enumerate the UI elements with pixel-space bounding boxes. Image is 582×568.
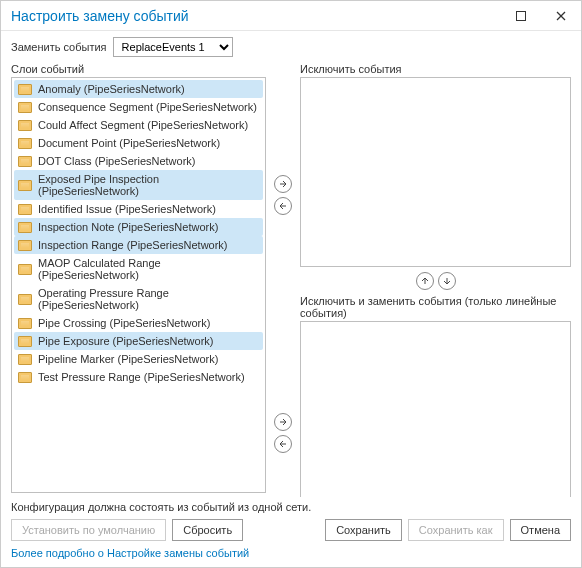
layer-icon [18, 120, 32, 131]
arrow-right-icon [279, 418, 287, 426]
dialog-window: Настроить замену событий Заменить событи… [0, 0, 582, 568]
event-layers-list[interactable]: Anomaly (PipeSeriesNetwork)Consequence S… [11, 77, 266, 493]
exclude-events-list[interactable] [300, 77, 571, 267]
layer-icon [18, 156, 32, 167]
top-bar: Заменить события ReplaceEvents 1 [1, 31, 581, 63]
layer-icon [18, 138, 32, 149]
layer-icon [18, 318, 32, 329]
list-item[interactable]: Could Affect Segment (PipeSeriesNetwork) [14, 116, 263, 134]
list-item[interactable]: Document Point (PipeSeriesNetwork) [14, 134, 263, 152]
layer-icon [18, 372, 32, 383]
replace-events-select[interactable]: ReplaceEvents 1 [113, 37, 233, 57]
layer-icon [18, 240, 32, 251]
layer-icon [18, 294, 32, 305]
save-button[interactable]: Сохранить [325, 519, 402, 541]
svg-rect-0 [517, 11, 526, 20]
list-item-label: Inspection Note (PipeSeriesNetwork) [38, 221, 218, 233]
list-item-label: Pipe Exposure (PipeSeriesNetwork) [38, 335, 213, 347]
layer-icon [18, 264, 32, 275]
layer-icon [18, 102, 32, 113]
arrow-right-icon [279, 180, 287, 188]
move-left-bottom-button[interactable] [274, 435, 292, 453]
list-item-label: Document Point (PipeSeriesNetwork) [38, 137, 220, 149]
move-right-bottom-button[interactable] [274, 413, 292, 431]
list-item-label: DOT Class (PipeSeriesNetwork) [38, 155, 196, 167]
list-item-label: Operating Pressure Range (PipeSeriesNetw… [38, 287, 259, 311]
arrow-left-icon [279, 440, 287, 448]
layer-icon [18, 354, 32, 365]
set-default-button[interactable]: Установить по умолчанию [11, 519, 166, 541]
move-up-button[interactable] [416, 272, 434, 290]
list-item-label: Consequence Segment (PipeSeriesNetwork) [38, 101, 257, 113]
layer-icon [18, 222, 32, 233]
exclude-replace-events-label: Исключить и заменить события (только лин… [300, 295, 571, 321]
save-as-button[interactable]: Сохранить как [408, 519, 504, 541]
list-item-label: Pipe Crossing (PipeSeriesNetwork) [38, 317, 210, 329]
list-item[interactable]: Identified Issue (PipeSeriesNetwork) [14, 200, 263, 218]
layer-icon [18, 180, 32, 191]
list-item[interactable]: Inspection Range (PipeSeriesNetwork) [14, 236, 263, 254]
move-down-button[interactable] [438, 272, 456, 290]
list-item[interactable]: Test Pressure Range (PipeSeriesNetwork) [14, 368, 263, 386]
list-item[interactable]: Consequence Segment (PipeSeriesNetwork) [14, 98, 263, 116]
list-item[interactable]: Inspection Note (PipeSeriesNetwork) [14, 218, 263, 236]
hint-text: Конфигурация должна состоять из событий … [1, 497, 581, 513]
cancel-button[interactable]: Отмена [510, 519, 571, 541]
list-item-label: Exposed Pipe Inspection (PipeSeriesNetwo… [38, 173, 259, 197]
window-title: Настроить замену событий [11, 8, 501, 24]
layer-icon [18, 336, 32, 347]
event-layers-label: Слои событий [11, 63, 266, 77]
list-item[interactable]: Operating Pressure Range (PipeSeriesNetw… [14, 284, 263, 314]
exclude-replace-events-list[interactable] [300, 321, 571, 497]
title-bar: Настроить замену событий [1, 1, 581, 31]
exclude-events-label: Исключить события [300, 63, 571, 77]
list-item-label: Identified Issue (PipeSeriesNetwork) [38, 203, 216, 215]
list-item-label: Could Affect Segment (PipeSeriesNetwork) [38, 119, 248, 131]
middle-column-top [272, 63, 294, 493]
help-link[interactable]: Более подробно о Настройке замены событи… [1, 545, 581, 567]
list-item[interactable]: Pipeline Marker (PipeSeriesNetwork) [14, 350, 263, 368]
list-item[interactable]: Anomaly (PipeSeriesNetwork) [14, 80, 263, 98]
close-button[interactable] [541, 1, 581, 31]
replace-events-label: Заменить события [11, 41, 107, 53]
close-icon [556, 11, 566, 21]
move-right-top-button[interactable] [274, 175, 292, 193]
left-column: Слои событий Anomaly (PipeSeriesNetwork)… [11, 63, 266, 493]
list-item-label: MAOP Calculated Range (PipeSeriesNetwork… [38, 257, 259, 281]
list-item-label: Anomaly (PipeSeriesNetwork) [38, 83, 185, 95]
layer-icon [18, 84, 32, 95]
list-item[interactable]: MAOP Calculated Range (PipeSeriesNetwork… [14, 254, 263, 284]
layer-icon [18, 204, 32, 215]
list-item[interactable]: DOT Class (PipeSeriesNetwork) [14, 152, 263, 170]
list-item-label: Pipeline Marker (PipeSeriesNetwork) [38, 353, 218, 365]
reset-button[interactable]: Сбросить [172, 519, 243, 541]
reorder-buttons [300, 267, 571, 295]
list-item[interactable]: Pipe Exposure (PipeSeriesNetwork) [14, 332, 263, 350]
arrow-left-icon [279, 202, 287, 210]
right-column: Исключить события Исключить и заменить с… [300, 63, 571, 493]
arrow-up-icon [421, 277, 429, 285]
maximize-button[interactable] [501, 1, 541, 31]
arrow-down-icon [443, 277, 451, 285]
list-item[interactable]: Exposed Pipe Inspection (PipeSeriesNetwo… [14, 170, 263, 200]
list-item-label: Test Pressure Range (PipeSeriesNetwork) [38, 371, 245, 383]
list-item-label: Inspection Range (PipeSeriesNetwork) [38, 239, 228, 251]
maximize-icon [516, 11, 526, 21]
footer-bar: Установить по умолчанию Сбросить Сохрани… [1, 513, 581, 545]
move-left-top-button[interactable] [274, 197, 292, 215]
main-content: Слои событий Anomaly (PipeSeriesNetwork)… [1, 63, 581, 497]
list-item[interactable]: Pipe Crossing (PipeSeriesNetwork) [14, 314, 263, 332]
